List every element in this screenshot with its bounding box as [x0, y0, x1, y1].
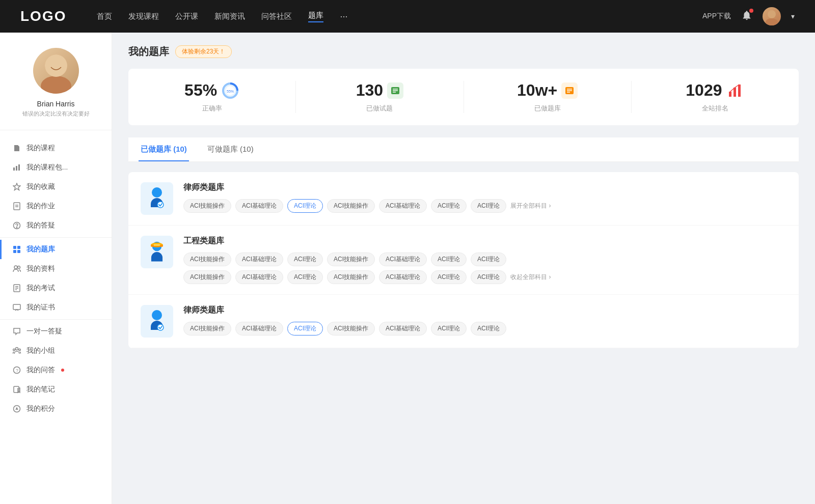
- tag-2[interactable]: ACI基础理论: [235, 199, 283, 213]
- sidebar-item-exam[interactable]: 我的考试: [0, 278, 112, 298]
- sidebar-divider-1: [0, 237, 112, 238]
- stat-done-banks: 10w+ 已做题库: [464, 81, 632, 113]
- svg-rect-54: [154, 244, 160, 246]
- avatar[interactable]: [763, 7, 781, 25]
- svg-rect-6: [15, 149, 17, 150]
- law2-tag-4[interactable]: ACI技能操作: [327, 322, 375, 335]
- stat-done-questions: 130 已做试题: [296, 81, 464, 113]
- stat-done-banks-label: 已做题库: [474, 104, 621, 113]
- eng-tag-9[interactable]: ACI基础理论: [235, 270, 283, 284]
- tab-available-banks[interactable]: 可做题库 (10): [205, 137, 256, 161]
- stat-done-questions-value: 130: [356, 81, 383, 100]
- stat-ranking: 1029 全站排名: [632, 81, 799, 113]
- eng-tag-14[interactable]: ACI理论: [471, 270, 506, 284]
- eng-tag-10[interactable]: ACI理论: [287, 270, 323, 284]
- svg-rect-9: [18, 164, 20, 171]
- sidebar-motto: 错误的决定比没有决定要好: [10, 110, 101, 118]
- eng-tag-6[interactable]: ACI理论: [431, 253, 467, 266]
- sidebar-item-answers[interactable]: 我的答疑: [0, 216, 112, 235]
- svg-rect-7: [13, 167, 15, 171]
- collapse-btn-engineer[interactable]: 收起全部科目 ›: [510, 273, 551, 282]
- law2-tag-1[interactable]: ACI技能操作: [183, 322, 231, 335]
- svg-marker-10: [13, 183, 20, 190]
- law2-tag-7[interactable]: ACI理论: [471, 322, 506, 335]
- sidebar-item-favorites[interactable]: 我的收藏: [0, 177, 112, 197]
- group-icon: [12, 346, 21, 355]
- nav-discover[interactable]: 发现课程: [128, 12, 159, 21]
- sidebar-username: Brian Harris: [10, 100, 101, 108]
- main-content: 我的题库 体验剩余23天！ 55% 55%: [112, 33, 815, 504]
- notification-bell[interactable]: [741, 10, 752, 23]
- nav-news[interactable]: 新闻资讯: [214, 12, 245, 21]
- svg-point-3: [41, 76, 71, 94]
- eng-tag-13[interactable]: ACI理论: [431, 270, 467, 284]
- tag-7[interactable]: ACI理论: [471, 199, 506, 213]
- law2-tag-6[interactable]: ACI理论: [431, 322, 467, 335]
- eng-tag-8[interactable]: ACI技能操作: [183, 270, 231, 284]
- eng-tag-1[interactable]: ACI技能操作: [183, 253, 231, 266]
- expand-btn-lawyer-1[interactable]: 展开全部科目 ›: [510, 202, 551, 210]
- stat-ranking-value: 1029: [686, 81, 722, 100]
- tag-4[interactable]: ACI技能操作: [327, 199, 375, 213]
- eng-tag-5[interactable]: ACI基础理论: [379, 253, 427, 266]
- nav-menu: 首页 发现课程 公开课 新闻资讯 问答社区 题库 ···: [97, 11, 702, 22]
- sidebar-label-1on1: 一对一答疑: [26, 327, 62, 336]
- navbar-right: APP下载 ▾: [702, 7, 795, 25]
- nav-opencourse[interactable]: 公开课: [175, 12, 198, 21]
- svg-point-0: [768, 10, 776, 18]
- tab-done-banks[interactable]: 已做题库 (10): [139, 137, 189, 161]
- nav-qbank[interactable]: 题库: [308, 11, 323, 22]
- sidebar-item-homework[interactable]: 我的作业: [0, 197, 112, 216]
- svg-rect-48: [738, 85, 741, 97]
- eng-tag-3[interactable]: ACI理论: [287, 253, 323, 266]
- sidebar-label-profile: 我的资料: [26, 264, 55, 273]
- stat-done-banks-value: 10w+: [517, 81, 557, 100]
- svg-rect-46: [729, 92, 731, 97]
- sidebar-item-group[interactable]: 我的小组: [0, 341, 112, 360]
- tag-3[interactable]: ACI理论: [287, 199, 323, 213]
- sidebar-item-qbank[interactable]: 我的题库: [0, 240, 112, 259]
- qbank-engineer-icon: [141, 236, 173, 268]
- stats-bar: 55% 55% 正确率 130: [128, 69, 799, 125]
- eng-tag-2[interactable]: ACI基础理论: [235, 253, 283, 266]
- doc-icon: [12, 202, 21, 211]
- eng-tag-12[interactable]: ACI基础理论: [379, 270, 427, 284]
- eng-tag-11[interactable]: ACI技能操作: [327, 270, 375, 284]
- eng-tag-7[interactable]: ACI理论: [471, 253, 506, 266]
- sidebar-item-my-courses[interactable]: 我的课程: [0, 138, 112, 158]
- svg-point-56: [157, 324, 164, 330]
- sidebar-item-points[interactable]: 我的积分: [0, 399, 112, 418]
- sidebar-item-profile[interactable]: 我的资料: [0, 259, 112, 278]
- svg-point-49: [152, 187, 162, 198]
- sidebar-item-myqa[interactable]: ? 我的问答: [0, 360, 112, 380]
- sidebar-item-course-pkg[interactable]: 我的课程包...: [0, 158, 112, 177]
- eng-tag-4[interactable]: ACI技能操作: [327, 253, 375, 266]
- tag-1[interactable]: ACI技能操作: [183, 199, 231, 213]
- sidebar-label-exam: 我的考试: [26, 284, 55, 293]
- nav-more[interactable]: ···: [340, 11, 347, 22]
- avatar-dropdown[interactable]: ▾: [791, 12, 795, 20]
- svg-point-1: [766, 18, 778, 25]
- tag-5[interactable]: ACI基础理论: [379, 199, 427, 213]
- app-download-btn[interactable]: APP下载: [702, 12, 731, 21]
- bar-chart-icon: [12, 163, 21, 172]
- law2-tag-2[interactable]: ACI基础理论: [235, 322, 283, 335]
- qbank-lawyer-2-title: 律师类题库: [183, 305, 786, 316]
- tag-6[interactable]: ACI理论: [431, 199, 467, 213]
- nav-qa[interactable]: 问答社区: [261, 12, 292, 21]
- qbank-item-lawyer-2: 律师类题库 ACI技能操作 ACI基础理论 ACI理论 ACI技能操作 ACI基…: [128, 295, 799, 348]
- sidebar-item-cert[interactable]: 我的证书: [0, 298, 112, 317]
- sidebar-item-1on1[interactable]: 一对一答疑: [0, 322, 112, 341]
- grid-icon: [12, 245, 21, 254]
- star-icon: [12, 182, 21, 191]
- nav-home[interactable]: 首页: [97, 12, 112, 21]
- sidebar-item-notes[interactable]: 我的笔记: [0, 380, 112, 399]
- question2-icon: ?: [12, 366, 21, 375]
- page-container: Brian Harris 错误的决定比没有决定要好 我的课程 我的课程包...: [0, 33, 815, 504]
- sidebar-label-points: 我的积分: [26, 404, 55, 413]
- stat-ranking-label: 全站排名: [642, 104, 789, 113]
- law2-tag-5[interactable]: ACI基础理论: [379, 322, 427, 335]
- stat-accuracy: 55% 55% 正确率: [128, 81, 296, 113]
- law2-tag-3[interactable]: ACI理论: [287, 322, 323, 335]
- svg-rect-19: [17, 250, 20, 253]
